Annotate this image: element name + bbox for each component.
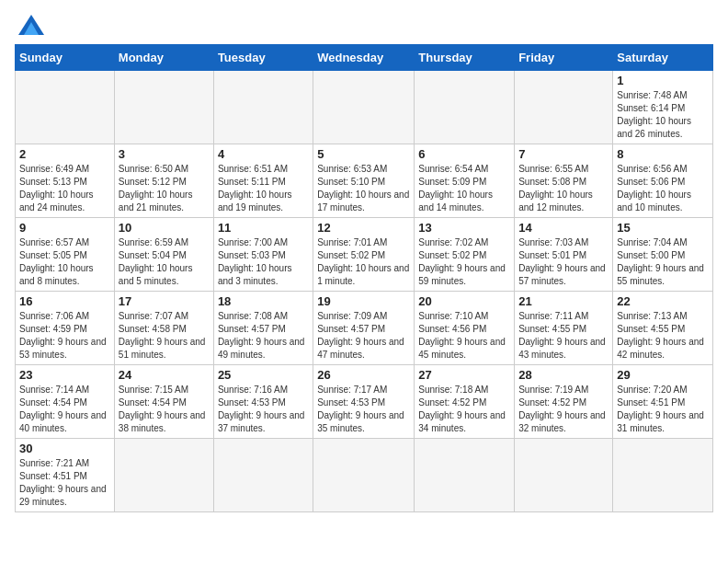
- calendar-cell: [415, 439, 515, 512]
- logo: [15, 15, 44, 35]
- calendar-body: 1Sunrise: 7:48 AM Sunset: 6:14 PM Daylig…: [16, 71, 713, 512]
- calendar-cell: 14Sunrise: 7:03 AM Sunset: 5:01 PM Dayli…: [515, 218, 613, 292]
- weekday-header-tuesday: Tuesday: [213, 45, 313, 71]
- day-info: Sunrise: 6:50 AM Sunset: 5:12 PM Dayligh…: [119, 163, 210, 214]
- calendar-cell: [114, 439, 213, 512]
- weekday-header-row: SundayMondayTuesdayWednesdayThursdayFrid…: [16, 45, 713, 71]
- day-number: 5: [317, 147, 410, 161]
- calendar-cell: [415, 71, 515, 144]
- calendar-cell: [313, 71, 415, 144]
- calendar-cell: [613, 439, 713, 512]
- day-number: 27: [418, 368, 510, 382]
- calendar-week-row: 16Sunrise: 7:06 AM Sunset: 4:59 PM Dayli…: [16, 292, 713, 365]
- day-info: Sunrise: 7:06 AM Sunset: 4:59 PM Dayligh…: [19, 310, 110, 362]
- calendar-cell: 25Sunrise: 7:16 AM Sunset: 4:53 PM Dayli…: [213, 365, 313, 439]
- calendar-cell: 6Sunrise: 6:54 AM Sunset: 5:09 PM Daylig…: [415, 144, 515, 218]
- calendar-table: SundayMondayTuesdayWednesdayThursdayFrid…: [15, 44, 713, 512]
- day-info: Sunrise: 6:51 AM Sunset: 5:11 PM Dayligh…: [218, 163, 309, 214]
- calendar-cell: 22Sunrise: 7:13 AM Sunset: 4:55 PM Dayli…: [613, 292, 713, 365]
- day-info: Sunrise: 7:07 AM Sunset: 4:58 PM Dayligh…: [119, 310, 210, 362]
- day-number: 30: [19, 442, 110, 455]
- calendar-cell: [213, 71, 313, 144]
- calendar-cell: 17Sunrise: 7:07 AM Sunset: 4:58 PM Dayli…: [114, 292, 213, 365]
- day-number: 22: [617, 294, 709, 308]
- calendar-cell: 8Sunrise: 6:56 AM Sunset: 5:06 PM Daylig…: [613, 144, 713, 218]
- calendar-cell: 21Sunrise: 7:11 AM Sunset: 4:55 PM Dayli…: [515, 292, 613, 365]
- calendar-cell: 23Sunrise: 7:14 AM Sunset: 4:54 PM Dayli…: [16, 365, 115, 439]
- day-info: Sunrise: 7:10 AM Sunset: 4:56 PM Dayligh…: [418, 310, 510, 362]
- calendar-week-row: 9Sunrise: 6:57 AM Sunset: 5:05 PM Daylig…: [16, 218, 713, 292]
- day-number: 2: [19, 147, 110, 161]
- calendar-week-row: 23Sunrise: 7:14 AM Sunset: 4:54 PM Dayli…: [16, 365, 713, 439]
- day-info: Sunrise: 6:53 AM Sunset: 5:10 PM Dayligh…: [317, 163, 410, 214]
- weekday-header-saturday: Saturday: [613, 45, 713, 71]
- day-info: Sunrise: 6:55 AM Sunset: 5:08 PM Dayligh…: [518, 163, 609, 214]
- calendar-cell: [313, 439, 415, 512]
- calendar-cell: 16Sunrise: 7:06 AM Sunset: 4:59 PM Dayli…: [16, 292, 115, 365]
- day-info: Sunrise: 6:54 AM Sunset: 5:09 PM Dayligh…: [418, 163, 510, 214]
- calendar-cell: 3Sunrise: 6:50 AM Sunset: 5:12 PM Daylig…: [114, 144, 213, 218]
- calendar-cell: 4Sunrise: 6:51 AM Sunset: 5:11 PM Daylig…: [213, 144, 313, 218]
- day-info: Sunrise: 7:08 AM Sunset: 4:57 PM Dayligh…: [218, 310, 309, 362]
- day-info: Sunrise: 7:03 AM Sunset: 5:01 PM Dayligh…: [518, 236, 609, 288]
- weekday-header-friday: Friday: [515, 45, 613, 71]
- day-info: Sunrise: 7:17 AM Sunset: 4:53 PM Dayligh…: [317, 384, 410, 435]
- day-number: 9: [19, 221, 110, 235]
- weekday-header-wednesday: Wednesday: [313, 45, 415, 71]
- day-info: Sunrise: 7:13 AM Sunset: 4:55 PM Dayligh…: [617, 310, 709, 362]
- day-info: Sunrise: 6:59 AM Sunset: 5:04 PM Dayligh…: [119, 236, 210, 288]
- day-info: Sunrise: 7:09 AM Sunset: 4:57 PM Dayligh…: [317, 310, 410, 362]
- calendar-week-row: 2Sunrise: 6:49 AM Sunset: 5:13 PM Daylig…: [16, 144, 713, 218]
- calendar-cell: 12Sunrise: 7:01 AM Sunset: 5:02 PM Dayli…: [313, 218, 415, 292]
- calendar-cell: [16, 71, 115, 144]
- page-header: [15, 15, 713, 35]
- day-info: Sunrise: 7:04 AM Sunset: 5:00 PM Dayligh…: [617, 236, 709, 288]
- day-info: Sunrise: 7:02 AM Sunset: 5:02 PM Dayligh…: [418, 236, 510, 288]
- day-info: Sunrise: 7:14 AM Sunset: 4:54 PM Dayligh…: [19, 384, 110, 435]
- day-number: 17: [119, 294, 210, 308]
- day-info: Sunrise: 7:00 AM Sunset: 5:03 PM Dayligh…: [218, 236, 309, 288]
- calendar-cell: 26Sunrise: 7:17 AM Sunset: 4:53 PM Dayli…: [313, 365, 415, 439]
- day-number: 24: [119, 368, 210, 382]
- weekday-header-monday: Monday: [114, 45, 213, 71]
- day-number: 21: [518, 294, 609, 308]
- day-number: 20: [418, 294, 510, 308]
- day-number: 1: [617, 74, 709, 87]
- day-info: Sunrise: 7:01 AM Sunset: 5:02 PM Dayligh…: [317, 236, 410, 288]
- calendar-cell: 30Sunrise: 7:21 AM Sunset: 4:51 PM Dayli…: [16, 439, 115, 512]
- weekday-header-thursday: Thursday: [415, 45, 515, 71]
- day-info: Sunrise: 7:19 AM Sunset: 4:52 PM Dayligh…: [518, 384, 609, 435]
- day-number: 18: [218, 294, 309, 308]
- day-info: Sunrise: 7:20 AM Sunset: 4:51 PM Dayligh…: [617, 384, 709, 435]
- calendar-cell: 29Sunrise: 7:20 AM Sunset: 4:51 PM Dayli…: [613, 365, 713, 439]
- calendar-cell: 20Sunrise: 7:10 AM Sunset: 4:56 PM Dayli…: [415, 292, 515, 365]
- calendar-cell: 13Sunrise: 7:02 AM Sunset: 5:02 PM Dayli…: [415, 218, 515, 292]
- calendar-cell: 9Sunrise: 6:57 AM Sunset: 5:05 PM Daylig…: [16, 218, 115, 292]
- calendar-cell: [515, 439, 613, 512]
- day-number: 23: [19, 368, 110, 382]
- calendar-week-row: 1Sunrise: 7:48 AM Sunset: 6:14 PM Daylig…: [16, 71, 713, 144]
- day-number: 8: [617, 147, 709, 161]
- calendar-week-row: 30Sunrise: 7:21 AM Sunset: 4:51 PM Dayli…: [16, 439, 713, 512]
- day-info: Sunrise: 7:21 AM Sunset: 4:51 PM Dayligh…: [19, 457, 110, 509]
- calendar-cell: [213, 439, 313, 512]
- day-number: 3: [119, 147, 210, 161]
- day-number: 16: [19, 294, 110, 308]
- day-number: 28: [518, 368, 609, 382]
- day-number: 10: [119, 221, 210, 235]
- day-number: 25: [218, 368, 309, 382]
- calendar-cell: 10Sunrise: 6:59 AM Sunset: 5:04 PM Dayli…: [114, 218, 213, 292]
- calendar-cell: [515, 71, 613, 144]
- weekday-header-sunday: Sunday: [16, 45, 115, 71]
- day-number: 11: [218, 221, 309, 235]
- day-info: Sunrise: 7:16 AM Sunset: 4:53 PM Dayligh…: [218, 384, 309, 435]
- day-number: 4: [218, 147, 309, 161]
- day-info: Sunrise: 7:18 AM Sunset: 4:52 PM Dayligh…: [418, 384, 510, 435]
- day-info: Sunrise: 6:57 AM Sunset: 5:05 PM Dayligh…: [19, 236, 110, 288]
- day-number: 12: [317, 221, 410, 235]
- day-number: 13: [418, 221, 510, 235]
- calendar-cell: [114, 71, 213, 144]
- logo-icon: [18, 15, 44, 35]
- calendar-cell: 5Sunrise: 6:53 AM Sunset: 5:10 PM Daylig…: [313, 144, 415, 218]
- calendar-cell: 28Sunrise: 7:19 AM Sunset: 4:52 PM Dayli…: [515, 365, 613, 439]
